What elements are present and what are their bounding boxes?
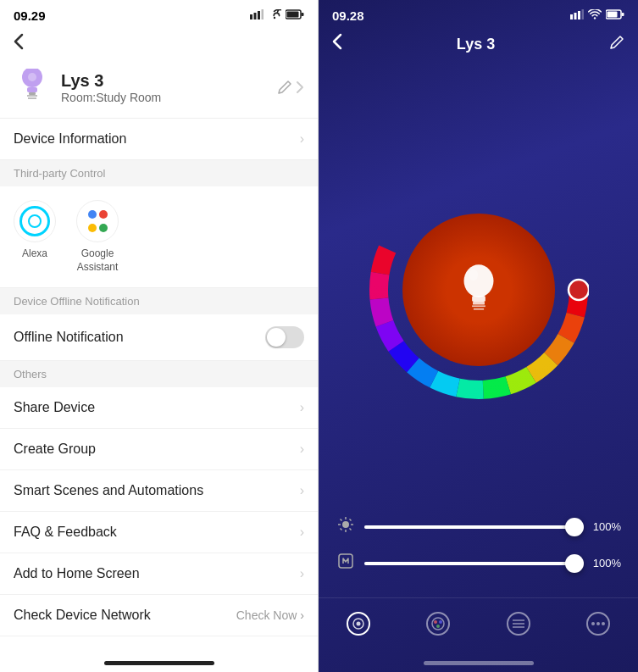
ga-dot-yellow	[88, 224, 97, 232]
add-home-item[interactable]: Add to Home Screen ›	[0, 553, 318, 595]
left-panel: 09.29 L	[0, 0, 319, 672]
wifi-icon-left	[268, 9, 281, 22]
tab-more[interactable]	[577, 607, 619, 641]
brightness-track[interactable]	[364, 525, 580, 529]
right-panel: 09.28 Lys 3	[319, 0, 638, 672]
share-device-item[interactable]: Share Device ›	[0, 387, 318, 429]
chevron-icon-faq: ›	[300, 525, 304, 540]
check-network-label: Check Device Network	[14, 608, 151, 623]
share-device-label: Share Device	[14, 400, 95, 415]
color-temp-icon	[336, 553, 356, 574]
device-information-item[interactable]: Device Information ›	[0, 119, 318, 160]
alexa-ring	[19, 206, 50, 236]
signal-icon-right	[570, 9, 584, 22]
offline-toggle[interactable]	[265, 326, 304, 348]
bottom-tabs	[319, 597, 638, 658]
create-group-item[interactable]: Create Group ›	[0, 429, 318, 470]
device-icon	[14, 69, 51, 106]
alexa-item[interactable]: Alexa	[14, 200, 56, 274]
wifi-icon-right	[588, 9, 602, 22]
svg-rect-39	[473, 302, 485, 305]
svg-point-63	[596, 622, 600, 625]
time-left: 09.29	[14, 8, 46, 23]
chevron-icon: ›	[300, 131, 304, 147]
right-title: Lys 3	[457, 36, 495, 53]
faq-item[interactable]: FAQ & Feedback ›	[0, 512, 318, 553]
add-home-label: Add to Home Screen	[14, 566, 140, 581]
color-tab-icon	[426, 612, 450, 636]
status-bar-left: 09.29	[0, 0, 318, 28]
inner-light-circle[interactable]	[402, 214, 555, 366]
chevron-icon-scenes: ›	[300, 483, 304, 498]
time-right: 09.28	[332, 8, 364, 23]
svg-rect-38	[472, 296, 485, 302]
check-now-button[interactable]: Check Now ›	[236, 608, 304, 622]
chevron-icon-home: ›	[300, 566, 304, 581]
power-tab-icon	[347, 612, 370, 636]
svg-rect-14	[570, 14, 573, 19]
svg-line-48	[341, 519, 342, 521]
device-room: Room:Study Room	[61, 91, 277, 104]
create-group-label: Create Group	[14, 442, 96, 457]
svg-rect-2	[258, 11, 260, 19]
svg-rect-0	[250, 14, 252, 19]
edit-button-right[interactable]	[609, 35, 624, 54]
svg-point-56	[434, 620, 437, 624]
brightness-slider-row: 100%	[336, 516, 621, 537]
signal-icon-left	[250, 9, 264, 22]
smart-scenes-item[interactable]: Smart Scenes and Automations ›	[0, 470, 318, 512]
offline-notification-label: Offline Notification	[14, 330, 124, 345]
tab-color[interactable]	[417, 607, 459, 641]
svg-rect-7	[302, 13, 304, 16]
home-bar-left	[104, 661, 214, 665]
svg-rect-3	[262, 9, 264, 19]
svg-point-58	[436, 625, 440, 628]
status-icons-right	[570, 9, 624, 22]
svg-point-18	[594, 17, 596, 19]
google-assistant-item[interactable]: GoogleAssistant	[76, 200, 119, 274]
tab-power[interactable]	[337, 607, 380, 641]
device-edit-buttons[interactable]	[277, 80, 304, 95]
others-header: Others	[0, 361, 318, 387]
svg-rect-6	[287, 12, 299, 18]
third-party-section: Alexa GoogleAssistant	[0, 186, 318, 288]
color-ring[interactable]	[369, 180, 589, 400]
bulb-icon	[449, 260, 508, 319]
back-button-right[interactable]	[332, 33, 342, 55]
color-temp-track[interactable]	[364, 562, 580, 565]
offline-notification-item: Offline Notification	[0, 314, 318, 361]
svg-point-57	[439, 620, 442, 624]
google-assistant-label: GoogleAssistant	[77, 247, 119, 274]
svg-rect-1	[254, 13, 257, 19]
svg-rect-15	[574, 13, 577, 19]
tab-scene[interactable]	[497, 607, 540, 641]
svg-line-50	[350, 519, 352, 521]
smart-scenes-label: Smart Scenes and Automations	[14, 483, 203, 498]
svg-rect-17	[582, 9, 585, 19]
svg-point-13	[28, 73, 36, 81]
svg-rect-16	[578, 11, 580, 19]
svg-point-43	[342, 521, 349, 528]
light-control-area	[319, 64, 638, 516]
svg-point-54	[357, 622, 361, 626]
check-network-item: Check Device Network Check Now ›	[0, 595, 318, 636]
color-temp-value: 100%	[589, 557, 621, 569]
svg-point-4	[274, 17, 275, 19]
svg-rect-20	[607, 12, 618, 18]
home-bar-right	[424, 661, 534, 665]
chevron-icon-share: ›	[300, 400, 304, 415]
ga-dot-green	[99, 224, 108, 232]
brightness-fill	[364, 525, 580, 529]
google-assistant-icon-container	[76, 200, 119, 242]
svg-line-51	[341, 529, 342, 530]
device-info: Lys 3 Room:Study Room	[61, 71, 277, 104]
alexa-label: Alexa	[22, 247, 47, 261]
svg-point-42	[469, 269, 478, 281]
brightness-thumb[interactable]	[565, 518, 584, 536]
status-icons-left	[250, 9, 304, 22]
faq-label: FAQ & Feedback	[14, 525, 117, 540]
back-button-left[interactable]	[0, 28, 318, 60]
color-temp-slider-row: 100%	[336, 553, 621, 574]
color-temp-thumb[interactable]	[565, 554, 584, 573]
ga-dot-blue	[88, 210, 97, 219]
